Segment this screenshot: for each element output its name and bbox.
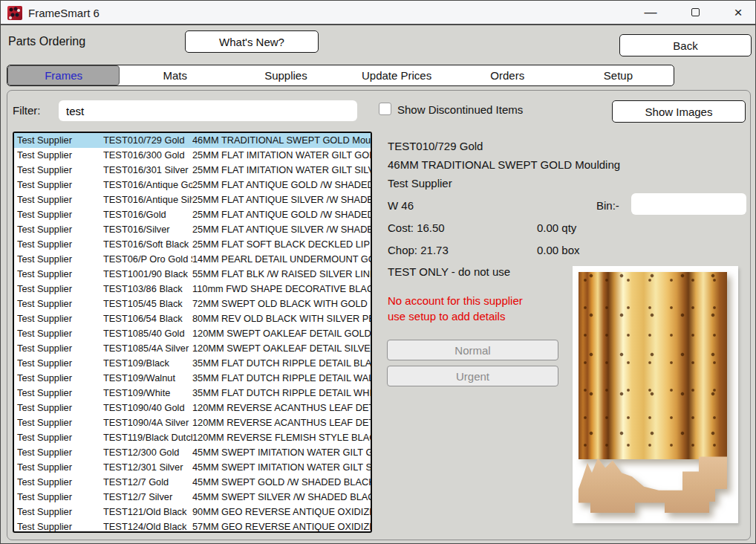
list-item[interactable]: Test SupplierTEST016/Soft Black25MM FLAT… [14,237,371,252]
cell-code: TEST119/Black Dutch [103,430,192,445]
app-window: { "window": { "title": "FrameSmart 6", "… [0,0,756,544]
cell-supplier: Test Supplier [14,371,103,386]
cell-code: TEST016/Soft Black [103,237,192,252]
normal-order-button[interactable]: Normal [387,340,558,360]
cell-supplier: Test Supplier [14,430,103,445]
list-item[interactable]: Test SupplierTEST1001/90 Black55MM FLAT … [14,267,371,282]
cell-description: 35MM FLAT DUTCH RIPPLE DETAIL WALNUT [192,371,371,386]
detail-description: 46MM TRADITIONAL SWEPT GOLD Moulding [388,158,620,171]
cell-supplier: Test Supplier [14,282,103,297]
list-item[interactable]: Test SupplierTEST016/Gold25MM FLAT ANTIQ… [14,207,371,222]
list-item[interactable]: Test SupplierTEST016/301 Silver25MM FLAT… [14,163,371,178]
list-item[interactable]: Test SupplierTEST010/729 Gold46MM TRADIT… [14,133,371,148]
cell-description: 25MM FLAT ANTIQUE SILVER /W SHADED BL [192,222,371,237]
list-item[interactable]: Test SupplierTEST016/300 Gold25MM FLAT I… [14,148,371,163]
close-icon[interactable]: × [722,1,755,24]
cell-supplier: Test Supplier [14,445,103,460]
show-discontinued-label: Show Discontinued Items [397,103,523,116]
list-item[interactable]: Test SupplierTEST119/Black Dutch120MM RE… [14,430,371,445]
cell-code: TEST12/300 Gold [103,445,192,460]
cell-description: 25MM FLAT SOFT BLACK DECKLED LIP Mould [192,237,371,252]
cell-code: TEST12/7 Gold [103,475,192,490]
list-item[interactable]: Test SupplierTEST109/Walnut35MM FLAT DUT… [14,371,371,386]
cell-code: TEST016/Antique Silv [103,192,192,207]
cell-supplier: Test Supplier [14,163,103,178]
supplier-warning-line2: use setup to add details [388,310,505,323]
cell-supplier: Test Supplier [14,207,103,222]
list-item[interactable]: Test SupplierTEST103/86 Black110mm FWD S… [14,282,371,297]
minimize-icon[interactable]: — [634,1,667,24]
tab-frames[interactable]: Frames [7,65,120,85]
show-discontinued-checkbox[interactable] [379,103,391,115]
list-item[interactable]: Test SupplierTEST016/Antique Go25MM FLAT… [14,178,371,192]
list-item[interactable]: Test SupplierTEST12/7 Gold45MM SWEPT GOL… [14,475,371,490]
app-icon [7,6,22,20]
cell-description: 14MM PEARL DETAIL UNDERMOUNT GOLD S [192,252,371,267]
bin-input[interactable] [631,193,746,215]
cell-code: TEST1085/40 Gold [103,326,192,341]
list-item[interactable]: Test SupplierTEST06/P Oro Gold S14MM PEA… [14,252,371,267]
list-item[interactable]: Test SupplierTEST106/54 Black80MM REV OL… [14,311,371,326]
detail-chop: Chop: 21.73 [388,244,449,256]
cell-description: 25MM FLAT IMITATION WATER GILT SILVER [192,163,371,178]
supplier-warning-line1: No account for this supplier [388,294,523,307]
results-list[interactable]: Test SupplierTEST010/729 Gold46MM TRADIT… [13,132,372,533]
list-item[interactable]: Test SupplierTEST12/300 Gold45MM SWEPT I… [14,445,371,460]
cell-description: 25MM FLAT ANTIQUE SILVER /W SHADED BL [192,192,371,207]
filter-input[interactable] [59,100,357,121]
list-item[interactable]: Test SupplierTEST109/Black35MM FLAT DUTC… [14,356,371,371]
tab-update-prices[interactable]: Update Prices [342,65,452,85]
cell-code: TEST106/54 Black [103,311,192,326]
cell-supplier: Test Supplier [14,519,103,533]
list-item[interactable]: Test SupplierTEST1085/4A Silver120MM SWE… [14,341,371,356]
cell-supplier: Test Supplier [14,297,103,311]
cell-code: TEST1090/40 Gold [103,401,192,415]
tab-setup[interactable]: Setup [563,65,674,85]
list-item[interactable]: Test SupplierTEST1090/4A Silver120MM REV… [14,415,371,430]
cell-description: 45MM SWEPT IMITATION WATER GILT GOL [192,445,371,460]
cell-description: 35MM FLAT DUTCH RIPPLE DETAIL BLACK M [192,356,371,371]
show-images-button[interactable]: Show Images [612,100,746,123]
cell-code: TEST12/301 Silver [103,460,192,475]
list-item[interactable]: Test SupplierTEST1090/40 Gold120MM REVER… [14,401,371,415]
cell-supplier: Test Supplier [14,490,103,505]
cell-code: TEST016/300 Gold [103,148,192,163]
tab-mats[interactable]: Mats [120,65,230,85]
cell-description: 90MM GEO REVERSE ANTIQUE OXIDIZEDBLA [192,505,371,519]
maximize-square [691,8,700,16]
list-item[interactable]: Test SupplierTEST109/White35MM FLAT DUTC… [14,386,371,401]
cell-supplier: Test Supplier [14,237,103,252]
list-item[interactable]: Test SupplierTEST1085/40 Gold120MM SWEPT… [14,326,371,341]
list-item[interactable]: Test SupplierTEST124/Old Black57MM GEO R… [14,519,371,533]
cell-code: TEST1085/4A Silver [103,341,192,356]
tab-supplies[interactable]: Supplies [230,65,341,85]
cell-code: TEST121/Old Black [103,505,192,519]
list-item[interactable]: Test SupplierTEST016/Silver25MM FLAT ANT… [14,222,371,237]
list-item[interactable]: Test SupplierTEST016/Antique Silv25MM FL… [14,192,371,207]
tab-bar: FramesMatsSuppliesUpdate PricesOrdersSet… [7,65,674,86]
cell-description: 45MM SWEPT IMITATION WATER GILT SILV [192,460,371,475]
list-item[interactable]: Test SupplierTEST121/Old Black90MM GEO R… [14,505,371,519]
cell-description: 120MM REVERSE ACANTHUS LEAF DETAIL S [192,415,371,430]
cell-supplier: Test Supplier [14,267,103,282]
back-button[interactable]: Back [619,34,752,56]
cell-supplier: Test Supplier [14,386,103,401]
cell-description: 46MM TRADITIONAL SWEPT GOLD Moulding [192,133,371,148]
cell-code: TEST12/7 Silver [103,490,192,505]
list-item[interactable]: Test SupplierTEST105/45 Black72MM SWEPT … [14,297,371,311]
moulding-wood-profile [579,450,727,513]
cell-description: 72MM SWEPT OLD BLACK WITH GOLD LIP M [192,297,371,311]
cell-code: TEST124/Old Black [103,519,192,533]
tab-orders[interactable]: Orders [452,65,563,85]
page-title: Parts Ordering [8,35,85,48]
moulding-photo [573,266,738,523]
detail-cost: Cost: 16.50 [388,221,445,234]
cell-code: TEST06/P Oro Gold S [103,252,192,267]
urgent-order-button[interactable]: Urgent [387,366,558,386]
list-item[interactable]: Test SupplierTEST12/301 Silver45MM SWEPT… [14,460,371,475]
cell-description: 25MM FLAT IMITATION WATER GILT GOLD M [192,148,371,163]
detail-note: TEST ONLY - do not use [388,265,510,278]
list-item[interactable]: Test SupplierTEST12/7 Silver45MM SWEPT S… [14,490,371,505]
whats-new-button[interactable]: What's New? [185,30,319,53]
maximize-icon[interactable] [679,1,711,24]
